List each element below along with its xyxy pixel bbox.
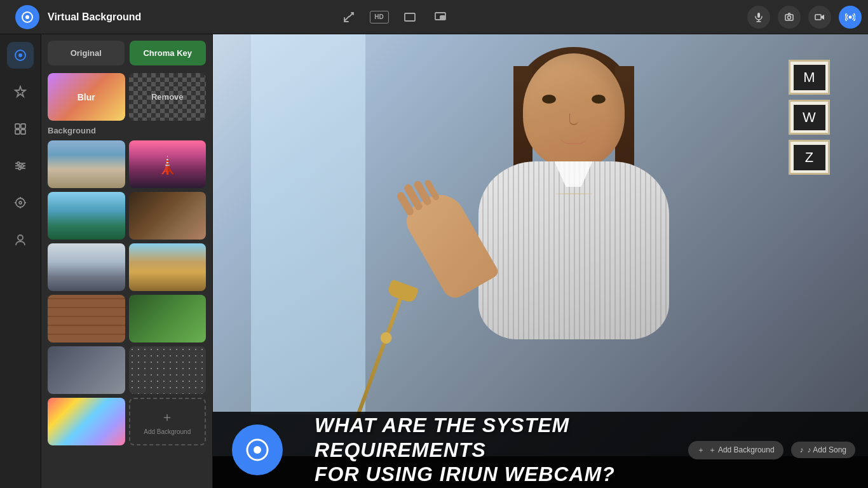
app-logo-area — [6, 5, 48, 29]
video-background: M W Z — [213, 34, 868, 456]
svg-point-7 — [788, 16, 791, 19]
svg-point-11 — [18, 53, 22, 57]
screenshot-button[interactable] — [778, 6, 801, 29]
bg-item-blur[interactable]: Blur — [48, 73, 125, 121]
record-button[interactable] — [808, 6, 831, 29]
sidebar-item-tracking[interactable] — [7, 189, 34, 216]
svg-point-22 — [16, 198, 25, 207]
sidebar-item-adjust[interactable] — [7, 152, 34, 179]
necklace — [555, 193, 593, 194]
bg-item-green[interactable] — [129, 295, 207, 342]
add-bg-label: Add Background — [144, 428, 191, 435]
export-icon[interactable] — [339, 8, 358, 27]
bg-item-office2[interactable] — [48, 243, 125, 291]
person-body — [478, 161, 669, 339]
svg-rect-14 — [15, 130, 20, 134]
shirt-stripes — [478, 161, 669, 339]
add-song-button[interactable]: ♪ ♪ Add Song — [791, 442, 855, 458]
svg-point-28 — [18, 235, 23, 240]
left-sidebar — [0, 34, 41, 488]
original-mode-button[interactable]: Original — [48, 41, 125, 65]
overlay-text-area: WHAT ARE THE SYSTEM REQUIREMENTS FOR USI… — [302, 413, 688, 486]
video-canvas: M W Z — [213, 34, 868, 456]
background-section-label: Background — [48, 126, 206, 135]
overlay-title-line2: FOR USING IRIUN WEBCAM? — [315, 462, 675, 486]
right-eye — [592, 95, 606, 104]
chroma-key-mode-button[interactable]: Chroma Key — [130, 41, 207, 65]
bottom-overlay: WHAT ARE THE SYSTEM REQUIREMENTS FOR USI… — [213, 412, 868, 488]
add-background-overlay-button[interactable]: ＋ ＋ Add Background — [688, 441, 783, 459]
art-frame-2: W — [789, 100, 830, 135]
add-background-button[interactable]: ＋ Add Background — [129, 398, 207, 445]
main-content: Original Chroma Key Blur Remove Backgrou… — [0, 34, 868, 488]
bg-item-remove[interactable]: Remove — [129, 73, 207, 121]
mouth — [559, 135, 588, 144]
svg-point-1 — [25, 15, 29, 19]
lamp-ball — [379, 330, 393, 345]
svg-rect-13 — [21, 124, 25, 128]
background-grid: ＋ Add Background — [48, 140, 206, 445]
art-frame-inner-1: M — [794, 65, 825, 90]
svg-rect-2 — [405, 13, 415, 21]
bg-item-colorful[interactable] — [48, 398, 125, 445]
svg-point-23 — [19, 201, 22, 204]
svg-rect-15 — [21, 130, 25, 134]
sidebar-item-avatar[interactable] — [7, 226, 34, 253]
svg-point-21 — [18, 167, 21, 170]
svg-point-19 — [17, 162, 20, 165]
bg-item-desert[interactable] — [129, 243, 207, 291]
broadcast-button[interactable] — [839, 6, 862, 29]
toolbar-icons: HD — [339, 8, 450, 27]
bg-item-restaurant[interactable] — [129, 192, 207, 240]
bg-type-buttons: Blur Remove — [48, 73, 206, 121]
add-bg-overlay-label: ＋ Add Background — [709, 445, 774, 456]
add-song-icon: ♪ — [800, 445, 804, 454]
left-eye — [542, 95, 556, 104]
video-area: M W Z — [213, 34, 868, 488]
sidebar-item-filters[interactable] — [7, 116, 34, 142]
sidebar-item-virtual-bg[interactable] — [7, 42, 34, 69]
hd-badge[interactable]: HD — [370, 11, 389, 24]
overlay-app-logo — [232, 424, 283, 475]
app-container: Virtual Background HD — [0, 0, 868, 488]
room-window — [251, 34, 365, 414]
person-face — [523, 53, 625, 168]
svg-point-30 — [254, 446, 261, 454]
svg-point-9 — [849, 15, 852, 18]
bg-item-dotted[interactable] — [129, 346, 207, 394]
person-silhouette — [409, 53, 739, 384]
wall-art: M W Z — [789, 60, 830, 175]
svg-rect-12 — [15, 124, 20, 128]
top-bar: Virtual Background HD — [0, 0, 868, 34]
art-frame-3: Z — [789, 140, 830, 175]
bg-item-paris[interactable] — [129, 140, 207, 188]
frame-icon[interactable] — [400, 8, 419, 27]
app-logo-icon — [15, 5, 39, 29]
svg-rect-4 — [440, 16, 445, 19]
add-bg-overlay-icon: ＋ — [697, 445, 705, 456]
art-frame-1: M — [789, 60, 830, 95]
sidebar-item-effects[interactable] — [7, 79, 34, 105]
svg-rect-5 — [757, 13, 760, 18]
add-bg-plus-icon: ＋ — [161, 409, 173, 426]
overlay-title-line1: WHAT ARE THE SYSTEM REQUIREMENTS — [315, 413, 675, 462]
panel-title: Virtual Background — [48, 11, 339, 23]
add-song-label: ♪ Add Song — [808, 445, 846, 454]
mode-buttons: Original Chroma Key — [48, 41, 206, 65]
mic-button[interactable] — [747, 6, 770, 29]
background-panel: Original Chroma Key Blur Remove Backgrou… — [41, 34, 213, 488]
bg-item-gray1[interactable] — [48, 346, 125, 394]
right-icons — [747, 6, 862, 29]
blur-label: Blur — [78, 92, 95, 102]
art-frame-inner-2: W — [794, 105, 825, 130]
bg-item-nature[interactable] — [48, 192, 125, 240]
svg-rect-8 — [815, 15, 821, 20]
nose — [569, 114, 578, 125]
svg-point-20 — [21, 165, 24, 167]
pip-icon[interactable] — [431, 8, 450, 27]
overlay-action-buttons: ＋ ＋ Add Background ♪ ♪ Add Song — [688, 441, 868, 459]
bg-item-brick[interactable] — [48, 295, 125, 342]
remove-label: Remove — [151, 92, 184, 102]
bg-item-office[interactable] — [48, 140, 125, 188]
art-frame-inner-3: Z — [794, 145, 825, 170]
